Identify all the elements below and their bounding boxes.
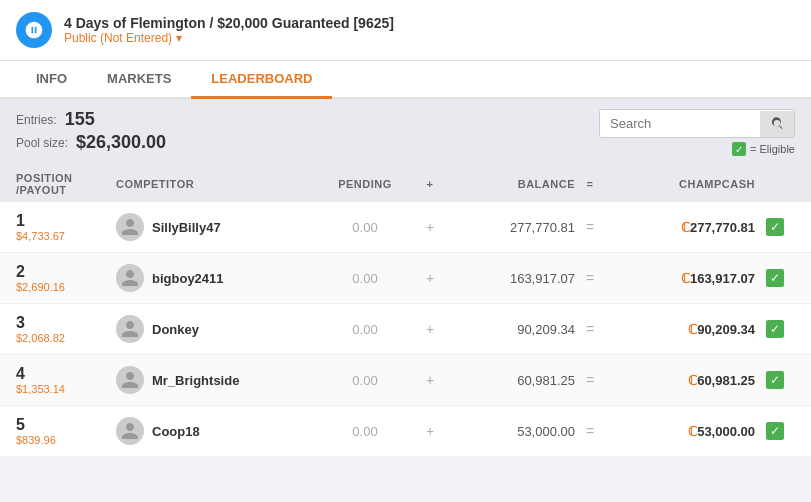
champcash-value: ℂ277,770.81 — [605, 220, 755, 235]
eligible-check-icon — [732, 142, 746, 156]
balance-value: 90,209.34 — [445, 322, 575, 337]
pending-value: 0.00 — [315, 373, 415, 388]
avatar — [116, 213, 144, 241]
champcash-icon: ℂ — [681, 271, 690, 286]
table-row: 3 $2,068.82 Donkey 0.00 + 90,209.34 = ℂ9… — [0, 304, 811, 355]
tab-leaderboard[interactable]: LEADERBOARD — [191, 61, 332, 99]
header-text: 4 Days of Flemington / $20,000 Guarantee… — [64, 15, 394, 45]
avatar — [116, 264, 144, 292]
balance-value: 60,981.25 — [445, 373, 575, 388]
tab-info[interactable]: INFO — [16, 61, 87, 99]
eligible-label: = Eligible — [750, 143, 795, 155]
competitor-cell: Coop18 — [116, 417, 315, 445]
position-cell: 2 $2,690.16 — [16, 263, 116, 293]
competitor-cell: Donkey — [116, 315, 315, 343]
search-input[interactable] — [600, 110, 760, 137]
payout-amount: $1,353.14 — [16, 383, 116, 395]
equals-symbol: = — [575, 321, 605, 337]
balance-value: 163,917.07 — [445, 271, 575, 286]
equals-symbol: = — [575, 219, 605, 235]
competitor-name: SillyBilly47 — [152, 220, 221, 235]
equals-symbol: = — [575, 372, 605, 388]
search-button[interactable] — [760, 111, 794, 137]
meta-bar: Entries: 155 Pool size: $26,300.00 = Eli… — [0, 99, 811, 166]
eligible-cell — [755, 422, 795, 440]
meta-right: = Eligible — [599, 109, 795, 156]
col-header-equals: = — [575, 178, 605, 190]
position-cell: 5 $839.96 — [16, 416, 116, 446]
pool-label: Pool size: — [16, 136, 68, 150]
pending-value: 0.00 — [315, 424, 415, 439]
competitor-name: Coop18 — [152, 424, 200, 439]
avatar — [116, 366, 144, 394]
tab-markets[interactable]: MARKETS — [87, 61, 191, 99]
pending-value: 0.00 — [315, 271, 415, 286]
entries-value: 155 — [65, 109, 95, 130]
champcash-value: ℂ53,000.00 — [605, 424, 755, 439]
table-row: 5 $839.96 Coop18 0.00 + 53,000.00 = ℂ53,… — [0, 406, 811, 457]
pending-value: 0.00 — [315, 220, 415, 235]
table-row: 1 $4,733.67 SillyBilly47 0.00 + 277,770.… — [0, 202, 811, 253]
eligible-indicator — [766, 218, 784, 236]
pool-value: $26,300.00 — [76, 132, 166, 153]
chevron-down-icon: ▾ — [176, 31, 182, 45]
equals-symbol: = — [575, 270, 605, 286]
eligible-indicator — [766, 320, 784, 338]
position-number: 3 — [16, 314, 116, 332]
table-body: 1 $4,733.67 SillyBilly47 0.00 + 277,770.… — [0, 202, 811, 457]
competition-status[interactable]: Public (Not Entered) ▾ — [64, 31, 394, 45]
balance-value: 53,000.00 — [445, 424, 575, 439]
col-header-plus: + — [415, 178, 445, 190]
plus-symbol: + — [415, 219, 445, 235]
pool-row: Pool size: $26,300.00 — [16, 132, 166, 153]
balance-value: 277,770.81 — [445, 220, 575, 235]
payout-amount: $839.96 — [16, 434, 116, 446]
plus-symbol: + — [415, 423, 445, 439]
eligible-row: = Eligible — [732, 142, 795, 156]
competitor-name: bigboy2411 — [152, 271, 224, 286]
champcash-icon: ℂ — [681, 220, 690, 235]
meta-left: Entries: 155 Pool size: $26,300.00 — [16, 109, 166, 155]
app-logo — [16, 12, 52, 48]
col-header-competitor: COMPETITOR — [116, 178, 315, 190]
competition-title: 4 Days of Flemington / $20,000 Guarantee… — [64, 15, 394, 31]
avatar — [116, 315, 144, 343]
payout-amount: $2,690.16 — [16, 281, 116, 293]
col-header-position: POSITION /PAYOUT — [16, 172, 116, 196]
equals-symbol: = — [575, 423, 605, 439]
table-row: 4 $1,353.14 Mr_Brightside 0.00 + 60,981.… — [0, 355, 811, 406]
plus-symbol: + — [415, 270, 445, 286]
competitor-name: Mr_Brightside — [152, 373, 239, 388]
plus-symbol: + — [415, 321, 445, 337]
eligible-cell — [755, 218, 795, 236]
table-header: POSITION /PAYOUT COMPETITOR PENDING + BA… — [0, 166, 811, 202]
champcash-icon: ℂ — [688, 373, 697, 388]
search-box[interactable] — [599, 109, 795, 138]
eligible-cell — [755, 371, 795, 389]
champcash-value: ℂ60,981.25 — [605, 373, 755, 388]
position-number: 1 — [16, 212, 116, 230]
competitor-cell: bigboy2411 — [116, 264, 315, 292]
eligible-cell — [755, 320, 795, 338]
entries-label: Entries: — [16, 113, 57, 127]
col-header-champcash: CHAMPCASH — [605, 178, 755, 190]
avatar — [116, 417, 144, 445]
champcash-value: ℂ90,209.34 — [605, 322, 755, 337]
competitor-cell: SillyBilly47 — [116, 213, 315, 241]
col-header-balance: BALANCE — [445, 178, 575, 190]
champcash-value: ℂ163,917.07 — [605, 271, 755, 286]
payout-amount: $2,068.82 — [16, 332, 116, 344]
page-header: 4 Days of Flemington / $20,000 Guarantee… — [0, 0, 811, 61]
eligible-indicator — [766, 422, 784, 440]
competitor-cell: Mr_Brightside — [116, 366, 315, 394]
col-header-pending: PENDING — [315, 178, 415, 190]
eligible-indicator — [766, 371, 784, 389]
tab-bar: INFO MARKETS LEADERBOARD — [0, 61, 811, 99]
entries-row: Entries: 155 — [16, 109, 166, 130]
plus-symbol: + — [415, 372, 445, 388]
position-number: 4 — [16, 365, 116, 383]
eligible-indicator — [766, 269, 784, 287]
payout-amount: $4,733.67 — [16, 230, 116, 242]
leaderboard-table: POSITION /PAYOUT COMPETITOR PENDING + BA… — [0, 166, 811, 457]
eligible-cell — [755, 269, 795, 287]
